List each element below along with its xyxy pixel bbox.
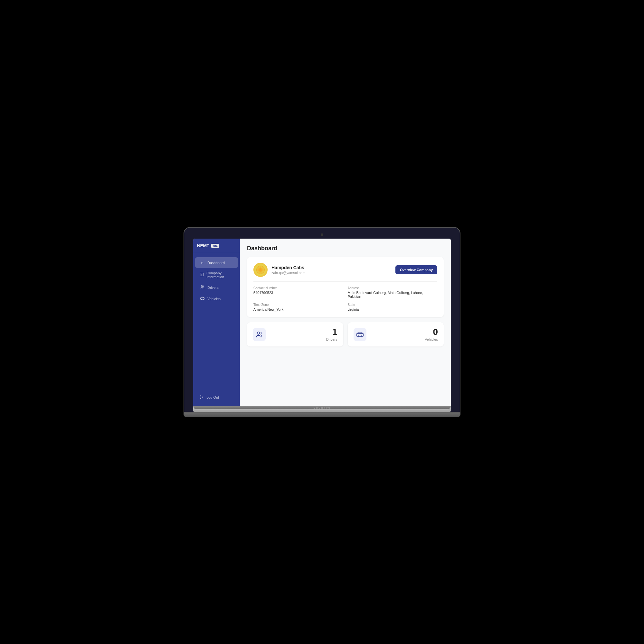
macbook-label: MacBook Pro (313, 407, 330, 409)
timezone-label: Time Zone (253, 303, 343, 307)
sidebar-item-drivers[interactable]: Drivers (195, 282, 238, 293)
timezone-group: Time Zone America/New_York (253, 303, 343, 311)
laptop-wrapper: NEMT YBL ⌂ Dashboard (184, 227, 460, 417)
overview-company-button[interactable]: Overview Company (395, 265, 437, 274)
logout-button[interactable]: Log Out (195, 392, 238, 402)
stats-row: 1 Drivers (247, 322, 444, 346)
company-avatar (253, 263, 268, 277)
address-value: Main Boulevard Gulberg, Main Gulberg, La… (348, 291, 438, 298)
svg-rect-15 (356, 333, 363, 336)
svg-point-14 (257, 332, 260, 334)
state-label: State (348, 303, 438, 307)
svg-rect-0 (200, 273, 204, 276)
sidebar-item-label: Vehicles (207, 297, 221, 301)
sidebar-item-vehicles[interactable]: Vehicles (195, 293, 238, 304)
vehicle-icon (200, 296, 205, 301)
company-header: Hampden Cabs zain.qa@yamsol.com Overview… (253, 263, 437, 282)
vehicles-stat-number-wrap: 0 Vehicles (425, 327, 438, 341)
drivers-stat-number-wrap: 1 Drivers (326, 327, 337, 341)
company-info-left: Hampden Cabs zain.qa@yamsol.com (253, 263, 305, 277)
address-label: Address (348, 286, 438, 290)
logo-badge: YBL (211, 244, 219, 248)
main-content: Dashboard (240, 239, 451, 406)
timezone-value: America/New_York (253, 308, 343, 311)
svg-point-1 (201, 286, 202, 287)
state-value: virginia (348, 308, 438, 311)
drivers-stat-card: 1 Drivers (247, 322, 343, 346)
logo-text: NEMT (197, 243, 209, 248)
laptop-base: MacBook Pro (193, 406, 451, 412)
contact-number-group: Contact Number 5404790523 (253, 286, 343, 298)
svg-rect-2 (200, 298, 204, 299)
drivers-stat-icon (253, 328, 266, 341)
contact-number-label: Contact Number (253, 286, 343, 290)
laptop-camera (321, 233, 323, 236)
sidebar: NEMT YBL ⌂ Dashboard (193, 239, 240, 406)
contact-number-value: 5404790523 (253, 291, 343, 295)
drivers-count: 1 (326, 327, 337, 336)
state-group: State virginia (348, 303, 438, 311)
building-icon (200, 272, 204, 278)
sidebar-logo: NEMT YBL (193, 239, 240, 253)
company-email: zain.qa@yamsol.com (271, 271, 305, 275)
vehicles-stat-icon (354, 328, 366, 341)
page-title: Dashboard (247, 245, 444, 252)
sidebar-item-label: Dashboard (207, 261, 225, 265)
company-name: Hampden Cabs (271, 265, 305, 270)
drivers-icon (200, 285, 205, 290)
logout-icon (200, 395, 204, 400)
company-card: Hampden Cabs zain.qa@yamsol.com Overview… (247, 257, 444, 317)
laptop-screen-outer: NEMT YBL ⌂ Dashboard (184, 227, 460, 412)
company-name-group: Hampden Cabs zain.qa@yamsol.com (271, 265, 305, 275)
sidebar-nav: ⌂ Dashboard Company Information (193, 253, 240, 388)
vehicles-stat-card: 0 Vehicles (348, 322, 444, 346)
vehicles-count: 0 (425, 327, 438, 336)
sidebar-item-label: Company Information (206, 271, 233, 279)
laptop-screen: NEMT YBL ⌂ Dashboard (193, 239, 451, 406)
company-details: Contact Number 5404790523 Address Main B… (253, 286, 437, 311)
logout-label: Log Out (206, 395, 219, 399)
laptop-bottom: MacBook Pro (193, 406, 451, 409)
drivers-label: Drivers (326, 337, 337, 341)
trackpad-area (184, 412, 460, 417)
sidebar-footer: Log Out (193, 388, 240, 406)
sidebar-item-label: Drivers (207, 286, 219, 289)
sidebar-item-company-information[interactable]: Company Information (195, 268, 238, 282)
vehicles-label: Vehicles (425, 337, 438, 341)
home-icon: ⌂ (200, 260, 205, 265)
sidebar-item-dashboard[interactable]: ⌂ Dashboard (195, 257, 238, 268)
address-group: Address Main Boulevard Gulberg, Main Gul… (348, 286, 438, 298)
